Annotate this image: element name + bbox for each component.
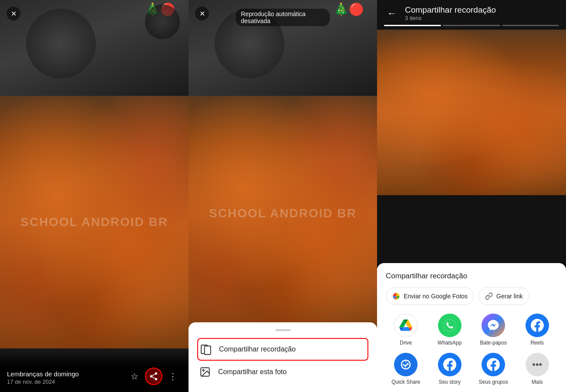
back-button[interactable]: ← (384, 6, 400, 21)
mais-icon: ••• (526, 353, 549, 376)
send-google-photos-button[interactable]: Enviar no Google Fotos (386, 287, 474, 305)
close-button[interactable]: ✕ (7, 7, 20, 20)
panel2-close-button[interactable]: ✕ (195, 7, 209, 20)
apps-grid: Drive WhatsApp Bate-p (386, 314, 557, 385)
app-messenger-label: Bate-papos (480, 340, 507, 346)
app-quick-share[interactable]: Quick Share (386, 353, 426, 385)
share-icon (149, 372, 158, 381)
panel2-watermark: SCHOOL ANDROID BR (209, 206, 357, 220)
app-whatsapp-label: WhatsApp (438, 340, 462, 346)
app-mais-label: Mais (532, 379, 542, 385)
panel1-bottom-bar: Lembranças de domingo 17 de nov. de 2024… (0, 348, 189, 392)
panel3-title-section: Compartilhar recordação 3 itens (405, 5, 559, 21)
star-icon: ☆ (131, 371, 138, 382)
more-button[interactable]: ⋮ (164, 368, 182, 385)
generate-link-button[interactable]: Gerar link (478, 287, 529, 305)
panel3-share-memory: ← Compartilhar recordação 3 itens Compar… (377, 0, 566, 392)
panel3-sheet-title: Compartilhar recordação (386, 272, 557, 280)
panel3-title: Compartilhar recordação (405, 5, 559, 15)
back-arrow-icon: ← (387, 8, 397, 19)
panel3-photo (377, 30, 566, 195)
link-icon (485, 292, 493, 300)
app-reels-label: Reels (530, 340, 544, 346)
app-mais[interactable]: ••• Mais (517, 353, 558, 385)
progress-dot-3 (502, 25, 559, 26)
quick-share-icon (394, 353, 418, 376)
app-drive[interactable]: Drive (386, 314, 426, 346)
panel1-google-photos: 🎄🔴 ✕ SCHOOL ANDROID BR Lembranças de dom… (0, 0, 189, 392)
more-icon: ⋮ (168, 371, 177, 382)
panel2-bottom-sheet: Compartilhar recordação Compartilhar est… (189, 322, 377, 392)
panel3-top-bar: ← Compartilhar recordação 3 itens (377, 0, 566, 25)
app-whatsapp[interactable]: WhatsApp (430, 314, 470, 346)
watermark: SCHOOL ANDROID BR (20, 215, 168, 229)
panel1-date: 17 de nov. de 2024 (7, 378, 126, 385)
share-button[interactable] (145, 368, 162, 385)
progress-dots (377, 25, 566, 30)
drive-icon (394, 314, 418, 337)
app-drive-label: Drive (400, 340, 412, 346)
share-memory-label: Compartilhar recordação (219, 345, 296, 353)
facebook-reels-icon (526, 314, 549, 337)
app-facebook-reels[interactable]: Reels (517, 314, 558, 346)
svg-point-3 (203, 370, 204, 371)
whatsapp-icon (438, 314, 462, 337)
panel2-header-label: Reprodução automática desativada (236, 9, 330, 26)
panel1-title: Lembranças de domingo (7, 370, 126, 378)
google-photos-icon (392, 292, 400, 300)
share-photo-item[interactable]: Compartilhar esta foto (197, 361, 368, 383)
panel2-share-menu: 🎄🔴 ✕ Reprodução automática desativada SC… (189, 0, 377, 392)
panel1-actions: ☆ ⋮ (126, 368, 182, 385)
app-groups[interactable]: Seus grupos (473, 353, 514, 385)
xmas-decoration: 🎄🔴 (145, 2, 175, 17)
star-button[interactable]: ☆ (126, 368, 143, 385)
panel1-main-photo: SCHOOL ANDROID BR (0, 96, 189, 348)
panel3-bottom-sheet: Compartilhar recordação Enviar no Google… (377, 263, 566, 392)
app-story-label: Seu story (438, 379, 461, 385)
app-messenger[interactable]: Bate-papos (473, 314, 514, 346)
drag-handle (275, 329, 291, 331)
generate-link-label: Gerar link (496, 293, 523, 300)
panel1-title-area: Lembranças de domingo 17 de nov. de 2024 (7, 370, 126, 385)
send-google-photos-label: Enviar no Google Fotos (404, 293, 468, 300)
app-groups-label: Seus grupos (479, 379, 508, 385)
share-memory-icon (200, 343, 212, 355)
share-photo-label: Compartilhar esta foto (218, 368, 286, 376)
share-memory-item[interactable]: Compartilhar recordação (197, 338, 368, 361)
panel1-top-photo: 🎄🔴 (0, 0, 189, 96)
share-photo-icon (199, 366, 211, 378)
app-story[interactable]: Seu story (430, 353, 470, 385)
panel3-action-buttons: Enviar no Google Fotos Gerar link (386, 287, 557, 305)
panel3-subtitle: 3 itens (405, 15, 559, 21)
progress-dot-2 (443, 25, 500, 26)
svg-rect-1 (205, 346, 211, 355)
panel2-xmas-decoration: 🎄🔴 (334, 2, 364, 17)
progress-dot-1 (384, 25, 441, 26)
panel3-pizza-texture (377, 30, 566, 195)
app-quick-share-label: Quick Share (391, 379, 420, 385)
messenger-icon (482, 314, 505, 337)
story-icon (438, 353, 462, 376)
groups-icon (482, 353, 505, 376)
panel2-main-photo: SCHOOL ANDROID BR (189, 96, 377, 331)
